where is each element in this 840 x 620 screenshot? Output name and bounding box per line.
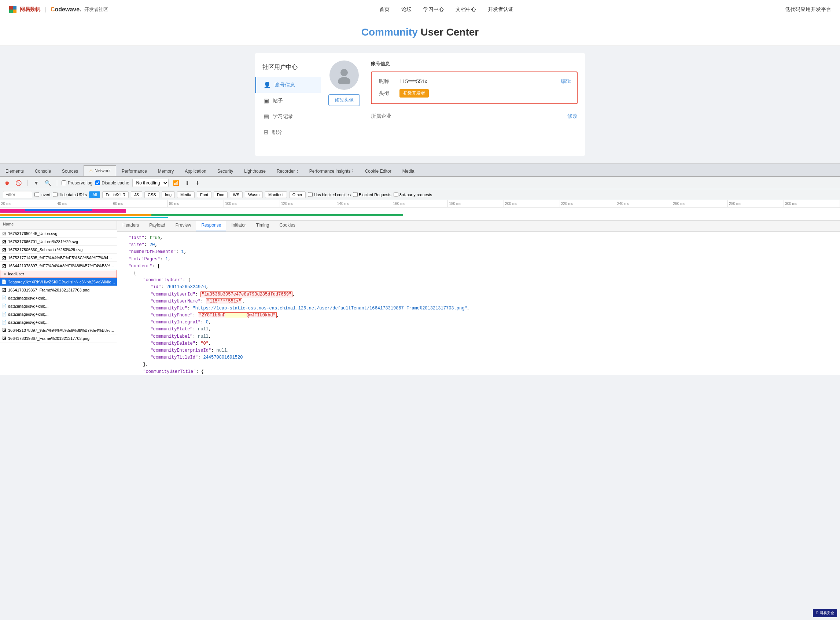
sidebar-title: 社区用户中心 [255,60,321,77]
filter-wasm[interactable]: Wasm [245,191,263,198]
request-item-8[interactable]: 📄 data:image/svg+xml;... [0,294,117,302]
tab-application[interactable]: Application [179,166,212,176]
tick-100ms: 100 ms [224,200,280,207]
filter-all[interactable]: All [89,191,100,198]
account-info-title: 账号信息 [371,61,390,66]
record-button[interactable]: ⏺ [3,179,11,187]
modify-link[interactable]: 修改 [567,113,578,119]
detail-tab-headers[interactable]: Headers [117,221,144,231]
filter-js[interactable]: JS [131,191,142,198]
tab-memory[interactable]: Memory [152,166,179,176]
tab-performance[interactable]: Performance [116,166,152,176]
request-item-13[interactable]: 🖼 1664173319867_Frame%201321317703.png [0,334,117,342]
nav-docs[interactable]: 文档中心 [455,6,476,13]
blocked-requests-input[interactable] [353,192,358,197]
request-item-9[interactable]: 📄 data:image/svg+xml;... [0,302,117,310]
filter-ws[interactable]: WS [230,191,243,198]
filter-img[interactable]: Img [162,191,175,198]
blocked-cookies-checkbox[interactable]: Has blocked cookies [308,192,351,197]
request-item-2[interactable]: 🖼 1675317806660_Subtract+%283%29.svg [0,246,117,254]
json-line-6: { [123,270,834,277]
nav-home[interactable]: 首页 [379,6,389,13]
request-item-7[interactable]: 🖼 1664173319867_Frame%201321317703.png [0,286,117,294]
request-item-3[interactable]: 🖼 1675317714505_%E7%A4%BE%E5%8C%BA%E7%94… [0,254,117,262]
request-item-10[interactable]: 📄 data:image/svg+xml;... [0,310,117,318]
filter-css[interactable]: CSS [144,191,159,198]
tab-sources[interactable]: Sources [56,166,84,176]
wifi-icon-button[interactable]: 📶 [171,179,181,187]
sidebar-item-points[interactable]: ⊞ 积分 [255,124,321,140]
request-item-0[interactable]: 🖼 1675317650445_Union.svg [0,230,117,238]
request-item-11[interactable]: 📄 data:image/svg+xml;... [0,318,117,326]
json-line-15: "communityLabel": null, [123,333,834,340]
clear-button[interactable]: 🚫 [14,179,23,187]
upload-button[interactable]: ⬆ [183,179,191,187]
tab-network[interactable]: ⚠ Network [84,166,116,176]
detail-tab-payload[interactable]: Payload [144,221,170,231]
json-line-9: "communityUserId": "1a3536b3057e47e8a793… [123,291,834,298]
file-icon-8: 📄 [2,295,7,301]
tab-console[interactable]: Console [29,166,56,176]
request-name-12: 1664421078397_%E7%94%A8%E6%88%B7%E4%B8%A… [8,328,116,333]
throttle-select[interactable]: No throttling [132,179,168,187]
third-party-input[interactable] [394,192,398,197]
request-item-4[interactable]: 🖼 1664421078397_%E7%94%A8%E6%88%B7%E4%B8… [0,262,117,270]
request-name-1: 1675317666701_Union+%281%29.svg [8,239,116,244]
third-party-checkbox[interactable]: 3rd-party requests [394,192,432,197]
tab-lighthouse[interactable]: Lighthouse [239,166,271,176]
filter-fetch-xhr[interactable]: Fetch/XHR [102,191,129,198]
filter-other[interactable]: Other [289,191,306,198]
detail-tab-cookies[interactable]: Cookies [274,221,300,231]
blocked-cookies-input[interactable] [308,192,313,197]
tab-performance-insights[interactable]: Performance insights ⌇ [304,166,359,176]
preserve-log-checkbox[interactable]: Preserve log [62,181,92,185]
json-line-16: "communityDelete": "0", [123,340,834,347]
filter-font[interactable]: Font [197,191,212,198]
filter-input[interactable] [3,191,32,199]
filter-media[interactable]: Media [177,191,195,198]
json-line-17: "communityEnterpriseId": null, [123,347,834,354]
search-button[interactable]: 🔍 [43,179,53,187]
nav-cert[interactable]: 开发者认证 [488,6,514,13]
sidebar-item-posts[interactable]: ▣ 帖子 [255,93,321,108]
close-icon[interactable]: ✕ [2,272,8,277]
download-button[interactable]: ⬇ [194,179,201,187]
detail-tab-initiator[interactable]: Initiator [226,221,251,231]
request-item-loaduser[interactable]: ✕ loadUser [0,270,117,278]
json-line-18: "communityTitleId": 244570801691520 [123,354,834,361]
detail-tab-timing[interactable]: Timing [251,221,275,231]
request-item-12[interactable]: 🖼 1664421078397_%E7%94%A8%E6%88%B7%E4%B8… [0,326,117,334]
tab-media[interactable]: Media [397,166,420,176]
hide-data-urls-input[interactable] [53,192,57,197]
sidebar-item-learning[interactable]: ▤ 学习记录 [255,108,321,124]
invert-input[interactable] [35,192,39,197]
tab-security[interactable]: Security [212,166,239,176]
nickname-label: 昵称 [379,78,394,85]
request-item-selected[interactable]: 📄 ?data=eyJkYXRhVHlwZSI6ICJwdilsInNlc3Np… [0,278,117,286]
blocked-requests-checkbox[interactable]: Blocked Requests [353,192,391,197]
tab-recorder[interactable]: Recorder ⌇ [271,166,304,176]
blocked-requests-label: Blocked Requests [359,193,391,197]
sidebar-item-account[interactable]: 👤 账号信息 [255,77,321,93]
account-info-header: 账号信息 [371,60,578,67]
filter-manifest[interactable]: Manifest [265,191,287,198]
disable-cache-input[interactable] [95,181,100,185]
edit-link[interactable]: 编辑 [561,78,571,85]
nav-forum[interactable]: 论坛 [401,6,412,13]
detail-tab-response[interactable]: Response [196,221,226,231]
tab-elements[interactable]: Elements [0,166,29,176]
filter-doc[interactable]: Doc [214,191,228,198]
invert-checkbox[interactable]: Invert [35,192,51,197]
request-item-1[interactable]: 🖼 1675317666701_Union+%281%29.svg [0,238,117,246]
tab-cookie-editor[interactable]: Cookie Editor [359,166,397,176]
preserve-log-input[interactable] [62,181,66,185]
nav-learning[interactable]: 学习中心 [423,6,444,13]
netease-logo-icon [9,6,17,14]
blocked-cookies-label: Has blocked cookies [314,193,351,197]
filter-toggle-button[interactable]: ▼ [32,179,40,187]
disable-cache-checkbox[interactable]: Disable cache [95,181,129,185]
tick-200ms: 200 ms [504,200,560,207]
modify-avatar-button[interactable]: 修改头像 [328,94,360,106]
hide-data-urls-checkbox[interactable]: Hide data URLs [53,192,87,197]
detail-tab-preview[interactable]: Preview [170,221,197,231]
